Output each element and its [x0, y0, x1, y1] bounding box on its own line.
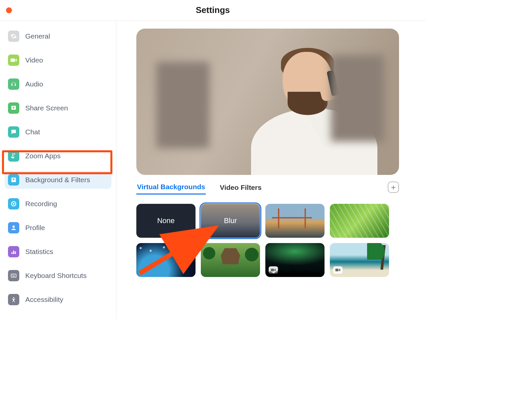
sidebar-item-label: Profile: [25, 224, 45, 232]
background-tile-image[interactable]: [265, 204, 325, 238]
sidebar-item-label: Video: [25, 56, 43, 64]
main-panel: Virtual Backgrounds Video Filters ＋ None…: [116, 21, 426, 319]
share-screen-icon: [8, 102, 19, 114]
chat-bubble-icon: [8, 126, 19, 138]
gear-icon: [8, 31, 19, 42]
video-badge-icon: [333, 266, 342, 274]
sidebar-item-recording[interactable]: Recording: [5, 195, 111, 213]
background-tile-image[interactable]: [201, 243, 260, 277]
sidebar-item-label: Keyboard Shortcuts: [25, 272, 86, 280]
record-icon: [8, 198, 19, 209]
video-camera-icon: [8, 55, 19, 66]
sidebar-item-label: Share Screen: [25, 104, 68, 112]
tab-virtual-backgrounds[interactable]: Virtual Backgrounds: [136, 183, 206, 195]
svg-point-2: [13, 225, 15, 228]
background-tile-blur[interactable]: Blur: [201, 204, 260, 238]
sidebar-item-label: Recording: [25, 200, 57, 208]
sidebar-item-accessibility[interactable]: Accessibility: [5, 291, 111, 309]
sidebar-item-background-filters[interactable]: Background & Filters: [5, 171, 111, 189]
background-tabs: Virtual Backgrounds Video Filters ＋: [136, 183, 399, 195]
sidebar-item-label: General: [25, 32, 50, 40]
sidebar-item-general[interactable]: General: [5, 27, 111, 45]
sidebar-item-audio[interactable]: Audio: [5, 75, 111, 93]
sidebar-item-zoom-apps[interactable]: Zoom Apps: [5, 147, 111, 165]
apps-icon: [8, 150, 19, 162]
svg-point-4: [13, 297, 14, 298]
bar-chart-icon: [8, 246, 19, 257]
settings-sidebar: General Video Audio Share Screen: [0, 21, 116, 319]
background-tile-image[interactable]: [136, 243, 196, 277]
sidebar-item-share-screen[interactable]: Share Screen: [5, 99, 111, 117]
person-icon: [8, 222, 19, 233]
sidebar-item-keyboard-shortcuts[interactable]: Keyboard Shortcuts: [5, 267, 111, 285]
tab-video-filters[interactable]: Video Filters: [219, 184, 262, 194]
background-tile-none[interactable]: None: [136, 204, 196, 238]
window-title: Settings: [0, 5, 426, 15]
sidebar-item-statistics[interactable]: Statistics: [5, 243, 111, 261]
tile-label: None: [157, 216, 175, 225]
sidebar-item-label: Audio: [25, 80, 43, 88]
plus-icon: ＋: [389, 183, 397, 191]
sidebar-item-label: Statistics: [25, 248, 53, 256]
window-close-dot[interactable]: [6, 7, 12, 13]
video-badge-icon: [269, 266, 278, 274]
background-tile-image[interactable]: [330, 204, 389, 238]
video-preview: [136, 29, 399, 175]
tile-label: Blur: [224, 216, 237, 225]
svg-rect-3: [11, 274, 16, 277]
accessibility-icon: [8, 294, 19, 305]
background-tile-video[interactable]: [330, 243, 389, 277]
background-icon: [8, 174, 19, 186]
background-grid: None Blur: [136, 204, 399, 277]
sidebar-item-label: Accessibility: [25, 296, 63, 304]
sidebar-item-chat[interactable]: Chat: [5, 123, 111, 141]
svg-rect-5: [271, 269, 274, 271]
preview-person-illustration: [259, 42, 366, 175]
add-background-button[interactable]: ＋: [388, 182, 399, 193]
svg-rect-6: [335, 269, 338, 271]
titlebar: Settings: [0, 0, 426, 21]
keyboard-icon: [8, 270, 19, 281]
sidebar-item-video[interactable]: Video: [5, 51, 111, 69]
sidebar-item-label: Background & Filters: [25, 176, 90, 184]
sidebar-item-label: Zoom Apps: [25, 152, 61, 160]
sidebar-item-profile[interactable]: Profile: [5, 219, 111, 237]
background-tile-video[interactable]: [265, 243, 325, 277]
svg-point-1: [13, 203, 15, 205]
headphones-icon: [8, 78, 19, 90]
sidebar-item-label: Chat: [25, 128, 40, 136]
